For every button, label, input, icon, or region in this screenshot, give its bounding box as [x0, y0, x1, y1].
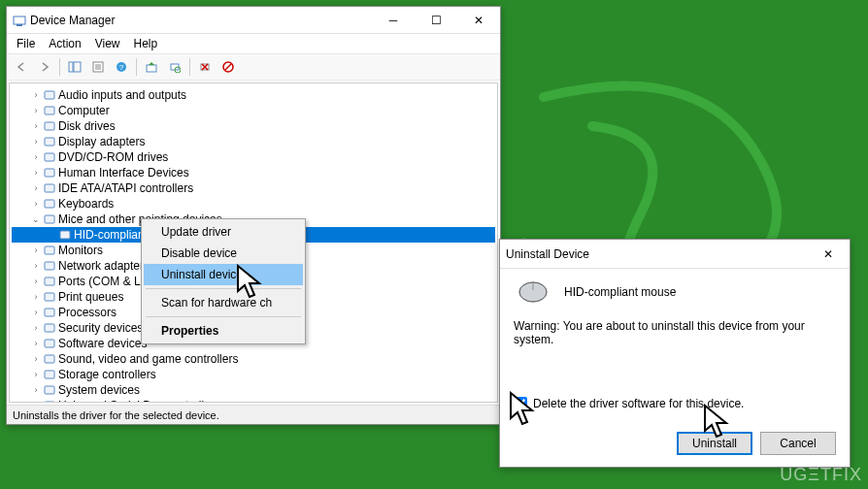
context-menu: Update driverDisable deviceUninstall dev…: [141, 218, 306, 344]
close-button[interactable]: ✕: [457, 7, 500, 34]
chevron-right-icon[interactable]: ›: [31, 323, 41, 333]
chevron-right-icon[interactable]: ›: [31, 308, 41, 317]
chevron-right-icon[interactable]: ›: [31, 292, 41, 302]
chevron-right-icon: [47, 230, 56, 240]
device-category-icon: [43, 197, 56, 211]
svg-rect-17: [45, 107, 54, 114]
chevron-right-icon[interactable]: ›: [31, 137, 41, 147]
chevron-right-icon[interactable]: ›: [31, 401, 41, 403]
update-driver-button[interactable]: [141, 56, 162, 78]
cancel-button[interactable]: Cancel: [760, 432, 836, 455]
tree-item[interactable]: ›Display adapters: [12, 134, 495, 149]
tree-item[interactable]: ›Keyboards: [12, 196, 495, 212]
tree-item[interactable]: ›Disk drives: [12, 118, 495, 134]
tree-item-label: Disk drives: [58, 119, 116, 133]
chevron-right-icon[interactable]: ›: [31, 277, 41, 286]
show-hide-tree-button[interactable]: [64, 56, 85, 78]
svg-rect-21: [45, 169, 54, 177]
tree-item[interactable]: ›Audio inputs and outputs: [12, 87, 495, 103]
svg-rect-10: [147, 65, 156, 72]
svg-rect-29: [45, 293, 54, 301]
chevron-right-icon[interactable]: ›: [31, 90, 41, 100]
tree-item-label: Security devices: [58, 321, 143, 335]
svg-rect-28: [45, 277, 54, 285]
device-category-icon: [43, 383, 56, 397]
menu-separator: [146, 288, 301, 289]
delete-driver-checkbox[interactable]: [514, 397, 527, 410]
tree-item[interactable]: ›Universal Serial Bus controllers: [12, 398, 495, 403]
tree-item[interactable]: ›Computer: [12, 103, 495, 118]
svg-rect-18: [45, 122, 54, 130]
chevron-right-icon[interactable]: ›: [31, 152, 41, 162]
chevron-right-icon[interactable]: ›: [31, 339, 41, 348]
chevron-right-icon[interactable]: ›: [31, 199, 41, 209]
tree-item[interactable]: ›IDE ATA/ATAPI controllers: [12, 180, 495, 196]
svg-rect-16: [45, 91, 54, 99]
device-category-icon: [43, 181, 56, 195]
delete-driver-label: Delete the driver software for this devi…: [533, 397, 744, 410]
window-title: Device Manager: [30, 14, 115, 27]
chevron-down-icon[interactable]: ⌄: [31, 214, 41, 224]
properties-button[interactable]: [87, 56, 109, 78]
device-category-icon: [43, 275, 56, 288]
context-menu-item[interactable]: Uninstall device: [144, 264, 303, 285]
svg-rect-26: [45, 246, 54, 254]
chevron-right-icon[interactable]: ›: [31, 354, 41, 364]
tree-item[interactable]: ›System devices: [12, 382, 495, 398]
svg-line-15: [225, 64, 231, 70]
chevron-right-icon[interactable]: ›: [31, 370, 41, 379]
svg-rect-20: [45, 153, 54, 161]
chevron-right-icon[interactable]: ›: [31, 183, 41, 193]
minimize-button[interactable]: ─: [372, 7, 415, 34]
tree-item-label: Audio inputs and outputs: [58, 88, 186, 102]
context-menu-item[interactable]: Scan for hardware ch: [144, 292, 303, 313]
context-menu-item[interactable]: Update driver: [144, 221, 303, 243]
help-button[interactable]: ?: [111, 56, 132, 78]
chevron-right-icon[interactable]: ›: [31, 385, 41, 395]
tree-item[interactable]: ›Storage controllers: [12, 367, 495, 382]
delete-driver-checkbox-row[interactable]: Delete the driver software for this devi…: [514, 397, 836, 410]
svg-rect-0: [14, 16, 25, 24]
forward-button[interactable]: [34, 56, 55, 78]
device-category-icon: [43, 88, 56, 102]
tree-item[interactable]: ›Human Interface Devices: [12, 165, 495, 180]
tree-item-label: DVD/CD-ROM drives: [58, 150, 168, 164]
device-category-icon: [43, 321, 56, 335]
chevron-right-icon[interactable]: ›: [31, 261, 41, 271]
device-category-icon: [43, 244, 56, 257]
tree-item[interactable]: ›DVD/CD-ROM drives: [12, 149, 495, 165]
menu-action[interactable]: Action: [43, 35, 86, 52]
menu-view[interactable]: View: [89, 35, 126, 52]
chevron-right-icon[interactable]: ›: [31, 106, 41, 115]
tree-item-label: Network adapters: [58, 259, 150, 273]
titlebar[interactable]: Device Manager ─ ☐ ✕: [7, 7, 500, 34]
chevron-right-icon[interactable]: ›: [31, 168, 41, 178]
tree-item-label: Human Interface Devices: [58, 166, 189, 179]
uninstall-button[interactable]: [194, 56, 216, 78]
disable-button[interactable]: [217, 56, 239, 78]
chevron-right-icon[interactable]: ›: [31, 245, 41, 255]
dialog-close-button[interactable]: ✕: [807, 241, 850, 268]
status-text: Uninstalls the driver for the selected d…: [13, 409, 219, 421]
scan-hardware-button[interactable]: [164, 56, 185, 78]
context-menu-item[interactable]: Disable device: [144, 243, 303, 264]
back-button[interactable]: [11, 56, 32, 78]
menu-help[interactable]: Help: [128, 35, 164, 52]
svg-rect-30: [45, 309, 54, 316]
svg-rect-36: [45, 402, 54, 403]
tree-item-label: Sound, video and game controllers: [58, 352, 238, 366]
dialog-title: Uninstall Device: [506, 247, 589, 261]
dialog-device-name: HID-compliant mouse: [564, 285, 676, 299]
tree-item[interactable]: ›Sound, video and game controllers: [12, 351, 495, 367]
context-menu-item[interactable]: Properties: [144, 320, 303, 342]
device-category-icon: [43, 259, 56, 273]
menu-separator: [146, 316, 301, 317]
uninstall-dialog: Uninstall Device ✕ HID-compliant mouse W…: [499, 239, 851, 468]
uninstall-confirm-button[interactable]: Uninstall: [677, 432, 752, 455]
chevron-right-icon[interactable]: ›: [31, 121, 41, 131]
maximize-button[interactable]: ☐: [415, 7, 457, 34]
svg-rect-27: [45, 262, 54, 270]
app-icon: [13, 14, 26, 27]
menu-file[interactable]: File: [11, 35, 41, 52]
dialog-titlebar[interactable]: Uninstall Device ✕: [500, 240, 850, 269]
